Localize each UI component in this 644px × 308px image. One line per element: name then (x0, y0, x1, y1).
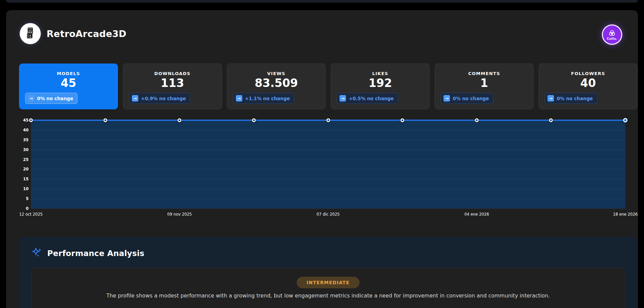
gridline (31, 179, 625, 179)
performance-analysis-header: Performance Analysis (19, 237, 638, 260)
gridline (31, 160, 625, 160)
y-tick-label: 35 (23, 138, 29, 142)
chart-data-point[interactable] (326, 119, 330, 122)
stat-change-text-models: 0% no change (37, 96, 73, 101)
chart-y-axis: 051015202530354045 (19, 120, 29, 209)
chart-data-point[interactable] (29, 119, 33, 122)
y-tick-label: 25 (23, 157, 29, 162)
x-tick-label: 09 nov 2025 (167, 212, 192, 217)
stat-card-likes[interactable]: LIKES192→+0.5% no change (331, 64, 430, 109)
gridline (31, 199, 625, 199)
stat-value-models: 45 (19, 77, 118, 89)
y-tick-label: 45 (23, 118, 29, 123)
stats-row: MODELS45→0% no changeDOWNLOADS113→+0.9% … (19, 64, 638, 109)
stat-card-downloads[interactable]: DOWNLOADS113→+0.9% no change (123, 64, 222, 109)
performance-analysis-title: Performance Analysis (47, 249, 144, 258)
stat-change-badge-likes: →+0.5% no change (337, 93, 398, 104)
chart-x-axis: 12 oct 202509 nov 202507 dic 202504 ene … (31, 212, 625, 217)
stat-label-models: MODELS (19, 71, 118, 76)
chart-plot-area[interactable] (31, 120, 625, 209)
dashboard-card: RetroArcade3D Cults. MODELS45→0% no chan… (6, 10, 638, 308)
stat-change-badge-views: →+1.1% no change (233, 93, 294, 104)
stat-value-downloads: 113 (123, 77, 222, 89)
stat-card-models[interactable]: MODELS45→0% no change (19, 64, 118, 109)
stat-change-text-downloads: +0.9% no change (141, 96, 186, 101)
gridline (31, 130, 625, 130)
y-tick-label: 0 (26, 206, 29, 211)
chart-data-point[interactable] (475, 119, 478, 122)
arrow-right-icon: → (340, 95, 346, 102)
stat-value-followers: 40 (539, 77, 637, 89)
chart-data-point[interactable] (401, 119, 404, 122)
stat-change-badge-downloads: →+0.9% no change (129, 93, 190, 104)
stat-label-likes: LIKES (331, 71, 429, 76)
x-tick-label: 07 dic 2025 (316, 212, 340, 217)
previous-section-edge (6, 0, 638, 3)
y-tick-label: 10 (23, 186, 29, 191)
models-history-chart: 051015202530354045 12 oct 202509 nov 202… (19, 120, 626, 209)
chart-data-point[interactable] (623, 118, 628, 123)
stat-change-text-views: +1.1% no change (245, 96, 290, 101)
gridline (31, 140, 625, 140)
chart-data-point[interactable] (103, 119, 107, 122)
stat-label-downloads: DOWNLOADS (123, 71, 222, 76)
stat-card-comments[interactable]: COMMENTS1→0% no change (435, 64, 534, 109)
stat-label-comments: COMMENTS (435, 71, 533, 76)
x-tick-label: 04 ene 2026 (464, 212, 489, 217)
arrow-right-icon: → (28, 95, 34, 102)
arrow-right-icon: → (132, 95, 138, 102)
y-tick-label: 20 (23, 167, 29, 171)
chart-data-point[interactable] (178, 119, 181, 122)
stat-value-comments: 1 (435, 77, 533, 89)
stat-value-likes: 192 (331, 77, 429, 89)
y-tick-label: 15 (23, 177, 29, 181)
gridline (31, 189, 625, 189)
y-tick-label: 30 (23, 147, 29, 152)
arrow-right-icon: → (443, 95, 450, 102)
gridline (31, 169, 625, 169)
sparkles-icon (31, 247, 42, 260)
stat-card-followers[interactable]: FOLLOWERS40→0% no change (539, 64, 638, 109)
analysis-summary-card: INTERMEDIATE The profile shows a modest … (31, 268, 625, 308)
stat-change-text-comments: 0% no change (453, 96, 489, 101)
avatar (20, 23, 41, 44)
arrow-right-icon: → (547, 95, 554, 102)
stat-value-views: 83.509 (227, 77, 326, 89)
profile-name: RetroArcade3D (47, 29, 126, 39)
y-tick-label: 5 (26, 196, 29, 201)
stat-change-text-followers: 0% no change (557, 96, 593, 101)
chart-area-fill (31, 120, 625, 209)
analysis-description: The profile shows a modest performance w… (31, 293, 625, 299)
arcade-cabinet-icon (24, 27, 36, 40)
chart-data-point[interactable] (549, 119, 553, 122)
stat-label-followers: FOLLOWERS (539, 71, 637, 76)
x-tick-label: 12 oct 2025 (19, 212, 42, 217)
profile-header: RetroArcade3D (20, 23, 126, 44)
gridline (31, 150, 625, 150)
cults-badge-label: Cults. (607, 37, 617, 40)
stat-card-views[interactable]: VIEWS83.509→+1.1% no change (227, 64, 326, 109)
stat-change-badge-comments: →0% no change (441, 93, 493, 104)
x-tick-label: 18 ene 2026 (613, 212, 638, 217)
y-tick-label: 40 (23, 128, 29, 132)
stat-change-text-likes: +0.5% no change (349, 96, 394, 101)
cults-platform-badge[interactable]: Cults. (602, 24, 622, 45)
stat-label-views: VIEWS (227, 71, 326, 76)
stat-change-badge-followers: →0% no change (545, 93, 597, 104)
stat-change-badge-models: →0% no change (25, 93, 77, 104)
performance-level-badge: INTERMEDIATE (297, 277, 359, 288)
performance-analysis-section: Performance Analysis INTERMEDIATE The pr… (19, 237, 638, 308)
gridline (31, 209, 625, 209)
arrow-right-icon: → (236, 95, 242, 102)
chart-data-point[interactable] (252, 119, 256, 122)
